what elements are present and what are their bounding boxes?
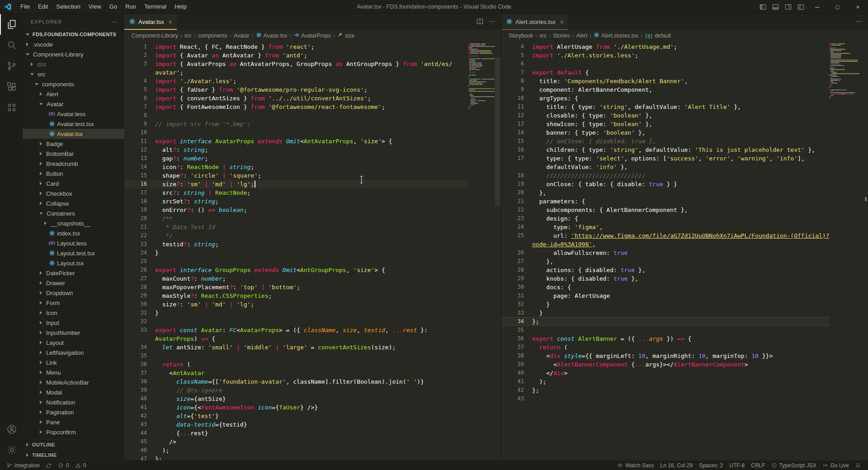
code-line[interactable]: 11 title: { type: 'string', defaultValue… <box>501 103 829 111</box>
tab-avatar-tsx[interactable]: Avatar.tsx × <box>124 14 177 30</box>
maximize-icon[interactable]: □ <box>827 0 848 14</box>
code-line[interactable]: 24} <box>124 249 468 257</box>
tree-item-form[interactable]: Form <box>23 298 124 308</box>
code-line[interactable]: 28 actions: { disabled: true }, <box>501 266 829 274</box>
code-line[interactable]: 27 maxCount?: number; <box>124 274 468 283</box>
breadcrumb-components[interactable]: components <box>198 33 227 39</box>
code-line[interactable]: 42 alt={'test'} <box>124 412 468 420</box>
code-line[interactable]: 8 <box>124 111 468 120</box>
tree-item-checkbox[interactable]: Checkbox <box>23 188 124 198</box>
minimap[interactable] <box>829 42 862 461</box>
breadcrumb-size[interactable]: size <box>337 32 354 39</box>
tree-item-avatar.less[interactable]: {0}Avatar.less <box>23 109 124 119</box>
tree-item-layout[interactable]: Layout <box>23 338 124 348</box>
tree-item-mobileactionbar[interactable]: MobileActionBar <box>23 377 124 387</box>
code-line[interactable]: 12 closable: { type: 'boolean' }, <box>501 111 829 120</box>
settings-gear-icon[interactable] <box>0 440 23 461</box>
code-line[interactable]: 40 </div> <box>501 369 829 377</box>
code-line[interactable]: AvatarProps) => { <box>124 334 468 343</box>
code-line[interactable]: 16 children: { type: 'string', defaultVa… <box>501 146 829 154</box>
close-icon[interactable]: × <box>560 19 564 26</box>
tree-item-modal[interactable]: Modal <box>23 387 124 397</box>
minimap[interactable] <box>468 42 495 461</box>
code-line[interactable]: 36export const AlertBanner = ({ ...args … <box>501 334 829 343</box>
status-ln-16-col-29[interactable]: Ln 16, Col 29 <box>657 461 696 470</box>
code-line[interactable]: 33export const Avatar: FC<AvatarProps> =… <box>124 326 468 334</box>
tree-item-menu[interactable]: Menu <box>23 367 124 377</box>
code-line[interactable]: 9 component: AlertBannerComponent, <box>501 85 829 94</box>
tree-item-pane[interactable]: Pane <box>23 417 124 427</box>
workspace-root-folder[interactable]: FDS.FOUNDATION-COMPONENTS <box>23 29 124 39</box>
code-line[interactable]: avatar'; <box>124 68 468 77</box>
status-watch-sass[interactable]: Watch Sass <box>614 461 657 470</box>
code-line[interactable]: 38 className={['foundation-avatar', clas… <box>124 377 468 386</box>
tree-item-pagination[interactable]: Pagination <box>23 407 124 417</box>
code-line[interactable]: 39 // @ts-ignore <box>124 386 468 395</box>
code-line[interactable]: 17 src?: string | ReactNode; <box>124 188 468 197</box>
code-line[interactable]: 3import { AvatarProps as AntAvatarProps,… <box>124 60 468 68</box>
tree-item-input[interactable]: Input <box>23 318 124 328</box>
code-line[interactable]: 26export interface GroupProps extends Om… <box>124 266 468 274</box>
code-line[interactable]: 14 banner: { type: 'boolean' }, <box>501 128 829 137</box>
tree-item-src[interactable]: src <box>23 69 124 79</box>
code-line[interactable]: 23 design: { <box>501 214 829 223</box>
menu-selection[interactable]: Selection <box>52 3 84 10</box>
tree-item-bottombar[interactable]: BottomBar <box>23 149 124 159</box>
menu-terminal[interactable]: Terminal <box>140 3 170 10</box>
code-line[interactable]: 5import { faUser } from '@fortawesome/pr… <box>124 85 468 94</box>
code-line[interactable]: 6import { convertAntSizes } from '../../… <box>124 94 468 103</box>
status-spaces-2[interactable]: Spaces: 2 <box>696 461 726 470</box>
code-line[interactable]: 14 icon?: ReactNode | string; <box>124 163 468 171</box>
code-line[interactable]: 18 srcSet?: string; <box>124 197 468 206</box>
tree-item-breadcrumb[interactable]: Breadcrumb <box>23 159 124 169</box>
code-line[interactable]: 45 /> <box>124 437 468 446</box>
code-line[interactable]: 11export interface AvatarProps extends O… <box>124 137 468 146</box>
minimize-icon[interactable]: ─ <box>807 0 827 14</box>
code-line[interactable]: 32 <box>124 317 468 326</box>
breadcrumb-stories[interactable]: Stories <box>553 33 570 39</box>
tree-item-link[interactable]: Link <box>23 357 124 367</box>
tree-item-avatar.tsx[interactable]: Avatar.tsx <box>23 129 124 139</box>
code-line[interactable]: 2import { Avatar as AntAvatar } from 'an… <box>124 51 468 60</box>
code-line[interactable]: 30 docs: { <box>501 283 829 291</box>
source-control-icon[interactable] <box>0 56 23 76</box>
code-line[interactable]: 28 maxPopoverPlacement?: 'top' | 'bottom… <box>124 283 468 291</box>
code-line[interactable]: 25 url: 'https://www.figma.com/file/aG7Z… <box>501 231 829 240</box>
tree-item-__snapshots__[interactable]: __snapshots__ <box>23 218 124 228</box>
layout-panel-icon[interactable] <box>769 0 782 14</box>
tree-item-drawer[interactable]: Drawer <box>23 278 124 288</box>
tree-item-alert[interactable]: Alert <box>23 89 124 99</box>
code-line[interactable]: 34 let antSize: 'small' | 'middle' | 'la… <box>124 343 468 352</box>
code-line[interactable]: 35 <box>124 352 468 360</box>
scrollbar-thumb[interactable] <box>495 57 500 206</box>
code-line[interactable]: 4import './Avatar.less'; <box>124 77 468 85</box>
code-line[interactable]: 43 data-testid={testid} <box>124 420 468 429</box>
status-typescript-jsx[interactable]: TypeScript JSX <box>769 461 820 470</box>
code-line[interactable]: 27 }, <box>501 257 829 266</box>
menu-edit[interactable]: Edit <box>34 3 52 10</box>
code-line[interactable]: 13 showIcon: { type: 'boolean' }, <box>501 120 829 128</box>
tree-item-containers[interactable]: Containers <box>23 208 124 218</box>
breadcrumb-src[interactable]: src <box>184 33 192 39</box>
code-line[interactable]: 33 } <box>501 309 829 317</box>
code-line[interactable]: 25 <box>124 257 468 266</box>
tree-item-inputnumber[interactable]: InputNumber <box>23 328 124 338</box>
breadcrumb-alert[interactable]: Alert <box>576 33 587 39</box>
tree-item-components[interactable]: components <box>23 79 124 89</box>
code-line[interactable]: 39 <AlertBannerComponent {...args}></Ale… <box>501 360 829 369</box>
code-editor[interactable]: 4import AlertUsage from './AlertUsage.md… <box>501 42 829 461</box>
code-line[interactable]: 15 // onClose: { disabled: true }, <box>501 137 829 146</box>
extensions-icon[interactable] <box>0 76 23 97</box>
code-line[interactable]: 7import { FontAwesomeIcon } from '@forta… <box>124 103 468 111</box>
scrollbar[interactable] <box>862 42 868 461</box>
tree-item-layout.test.tsx[interactable]: Layout.test.tsx <box>23 248 124 258</box>
status-go-live[interactable]: Go Live <box>820 461 852 470</box>
status-0[interactable]: 0 <box>55 461 72 470</box>
code-line[interactable]: 41 icon={<FontAwesomeIcon icon={faUser} … <box>124 403 468 412</box>
tree-item-dist[interactable]: dist <box>23 59 124 69</box>
code-line[interactable]: 31} <box>124 309 468 317</box>
tree-item-collapse[interactable]: Collapse <box>23 198 124 208</box>
code-line[interactable]: 6 <box>501 60 829 68</box>
code-line[interactable]: 5import './Alert.stories.less'; <box>501 51 829 60</box>
code-line[interactable]: 46 ); <box>124 446 468 455</box>
